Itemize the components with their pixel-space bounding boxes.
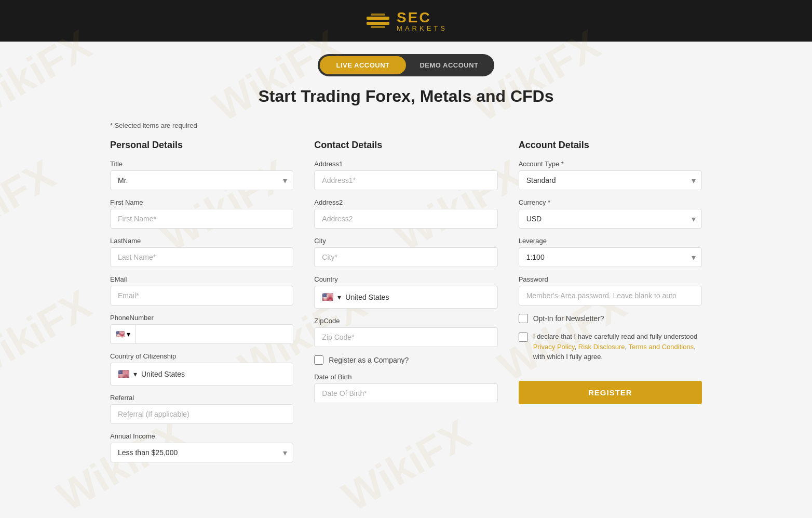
dob-label: Date of Birth xyxy=(314,373,497,381)
personal-details-column: Personal Details Title Mr. Mrs. Ms. Dr. … xyxy=(110,140,293,471)
referral-input[interactable] xyxy=(110,404,293,424)
citizenship-label: Country of Citizenship xyxy=(110,352,293,360)
first-name-label: First Name xyxy=(110,198,293,206)
zipcode-input[interactable] xyxy=(314,327,497,347)
logo-sec-text: SEC xyxy=(397,10,448,25)
citizenship-arrow: ▾ xyxy=(133,370,137,378)
newsletter-row: Opt-In for Newsletter? xyxy=(519,314,702,323)
title-field-group: Title Mr. Mrs. Ms. Dr. xyxy=(110,160,293,190)
phone-flag-arrow: ▾ xyxy=(127,330,130,338)
register-company-row: Register as a Company? xyxy=(314,355,497,365)
phone-number-input[interactable] xyxy=(136,325,293,343)
title-select[interactable]: Mr. Mrs. Ms. Dr. xyxy=(110,170,293,190)
last-name-input[interactable] xyxy=(110,247,293,267)
demo-account-tab[interactable]: DEMO ACCOUNT xyxy=(406,56,492,74)
logo: SEC MARKETS xyxy=(364,10,448,32)
password-input[interactable] xyxy=(519,286,702,306)
register-button[interactable]: REGISTER xyxy=(519,381,702,404)
city-field-group: City xyxy=(314,237,497,267)
required-note: * Selected items are required xyxy=(110,122,702,129)
annual-income-select[interactable]: Less than $25,000 $25,000 - $50,000 $50,… xyxy=(110,443,293,462)
declare-comma1: , xyxy=(575,343,578,351)
phone-flag-emoji: 🇺🇸 xyxy=(116,330,125,338)
dob-input[interactable] xyxy=(314,383,497,403)
citizenship-value: United States xyxy=(141,370,185,378)
account-type-tabs: LIVE ACCOUNT DEMO ACCOUNT xyxy=(318,54,494,76)
email-field-group: EMail xyxy=(110,275,293,306)
zipcode-field-group: ZipCode xyxy=(314,317,497,347)
city-label: City xyxy=(314,237,497,245)
currency-select[interactable]: USD EUR GBP xyxy=(519,209,702,229)
address2-label: Address2 xyxy=(314,198,497,206)
terms-conditions-link[interactable]: Terms and Conditions xyxy=(628,343,694,351)
address1-label: Address1 xyxy=(314,160,497,168)
declaration-checkbox[interactable] xyxy=(519,333,528,342)
svg-rect-2 xyxy=(367,22,389,25)
last-name-label: LastName xyxy=(110,237,293,245)
title-label: Title xyxy=(110,160,293,168)
first-name-field-group: First Name xyxy=(110,198,293,229)
password-label: Password xyxy=(519,275,702,283)
address1-field-group: Address1 xyxy=(314,160,497,190)
svg-rect-4 xyxy=(371,26,385,28)
email-label: EMail xyxy=(110,275,293,283)
address2-input[interactable] xyxy=(314,209,497,229)
annual-income-label: Annual Income xyxy=(110,432,293,440)
logo-icon xyxy=(364,10,391,31)
live-account-tab[interactable]: LIVE ACCOUNT xyxy=(320,56,406,74)
country-wrapper[interactable]: 🇺🇸 ▾ United States xyxy=(314,286,497,309)
citizenship-country-wrapper[interactable]: 🇺🇸 ▾ United States xyxy=(110,363,293,386)
annual-income-field-group: Annual Income Less than $25,000 $25,000 … xyxy=(110,432,293,462)
phone-field-group: PhoneNumber 🇺🇸 ▾ xyxy=(110,314,293,344)
referral-label: Referral xyxy=(110,394,293,402)
logo-markets-text: MARKETS xyxy=(397,25,448,32)
leverage-field-group: Leverage 1:10 1:25 1:50 1:100 1:200 1:50… xyxy=(519,237,702,267)
title-select-wrapper: Mr. Mrs. Ms. Dr. xyxy=(110,170,293,190)
leverage-select[interactable]: 1:10 1:25 1:50 1:100 1:200 1:500 xyxy=(519,247,702,267)
phone-label: PhoneNumber xyxy=(110,314,293,322)
account-details-column: Account Details Account Type * Standard … xyxy=(519,140,702,471)
risk-disclosure-link[interactable]: Risk Disclosure xyxy=(578,343,625,351)
svg-rect-3 xyxy=(371,14,385,16)
account-details-title: Account Details xyxy=(519,140,702,151)
newsletter-checkbox[interactable] xyxy=(519,314,528,323)
city-input[interactable] xyxy=(314,247,497,267)
account-type-select[interactable]: Standard Professional VIP xyxy=(519,170,702,190)
declare-prefix: I declare that I have carefully read and… xyxy=(533,333,698,340)
dob-field-group: Date of Birth xyxy=(314,373,497,403)
phone-flag-selector[interactable]: 🇺🇸 ▾ xyxy=(111,325,136,343)
citizenship-field-group: Country of Citizenship 🇺🇸 ▾ United State… xyxy=(110,352,293,386)
page-title: Start Trading Forex, Metals and CFDs xyxy=(0,87,812,106)
declaration-row: I declare that I have carefully read and… xyxy=(519,331,702,373)
country-arrow: ▾ xyxy=(337,293,341,301)
logo-text: SEC MARKETS xyxy=(397,10,448,32)
leverage-select-wrapper: 1:10 1:25 1:50 1:100 1:200 1:500 xyxy=(519,247,702,267)
annual-income-select-wrapper: Less than $25,000 $25,000 - $50,000 $50,… xyxy=(110,443,293,462)
zipcode-label: ZipCode xyxy=(314,317,497,325)
register-company-label: Register as a Company? xyxy=(329,356,409,364)
account-type-label: Account Type * xyxy=(519,160,702,168)
address1-input[interactable] xyxy=(314,170,497,190)
country-field-group: Country 🇺🇸 ▾ United States xyxy=(314,275,497,309)
site-header: SEC MARKETS xyxy=(0,0,812,42)
country-value: United States xyxy=(345,293,389,301)
account-type-field-group: Account Type * Standard Professional VIP xyxy=(519,160,702,190)
currency-label: Currency * xyxy=(519,198,702,206)
leverage-label: Leverage xyxy=(519,237,702,245)
form-columns: Personal Details Title Mr. Mrs. Ms. Dr. … xyxy=(110,140,702,471)
register-company-checkbox[interactable] xyxy=(314,355,323,365)
address2-field-group: Address2 xyxy=(314,198,497,229)
declaration-text: I declare that I have carefully read and… xyxy=(533,331,702,362)
citizenship-flag: 🇺🇸 xyxy=(118,368,129,380)
first-name-input[interactable] xyxy=(110,209,293,229)
referral-field-group: Referral xyxy=(110,394,293,424)
currency-select-wrapper: USD EUR GBP xyxy=(519,209,702,229)
registration-form: * Selected items are required Personal D… xyxy=(94,122,718,492)
account-type-select-wrapper: Standard Professional VIP xyxy=(519,170,702,190)
svg-rect-1 xyxy=(367,17,389,20)
country-label: Country xyxy=(314,275,497,283)
email-input[interactable] xyxy=(110,286,293,306)
privacy-policy-link[interactable]: Privacy Policy xyxy=(533,343,575,351)
country-flag: 🇺🇸 xyxy=(322,291,333,303)
last-name-field-group: LastName xyxy=(110,237,293,267)
